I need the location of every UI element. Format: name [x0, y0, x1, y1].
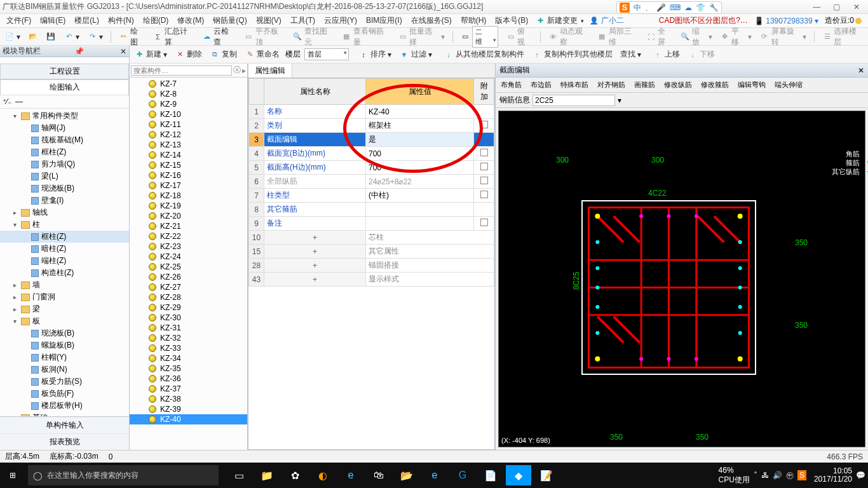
local-3d-button[interactable]: ▦局部三维: [595, 25, 641, 48]
task-app-3[interactable]: ◐: [310, 465, 336, 485]
expand-tool-icon[interactable]: ⁺⁄₋: [3, 97, 11, 106]
rebar-info-dd-icon[interactable]: ▾: [618, 96, 621, 105]
save-icon[interactable]: 💾: [44, 31, 58, 43]
list-item[interactable]: KZ-24: [130, 252, 247, 262]
sogou-icon[interactable]: S: [620, 3, 630, 13]
dynamic-view-button[interactable]: 👁动态观察: [546, 25, 591, 48]
tree-node[interactable]: 框柱(Z): [0, 146, 129, 158]
tree-node[interactable]: 剪力墙(Q): [0, 158, 129, 170]
property-row[interactable]: 4截面宽(B边)(mm)700: [249, 147, 494, 161]
copy-to-floor-button[interactable]: ↑复制构件到其他楼层: [530, 48, 614, 60]
list-item[interactable]: KZ-23: [130, 241, 247, 252]
list-item[interactable]: KZ-8: [130, 89, 247, 99]
property-row[interactable]: 43+显示样式: [249, 273, 494, 287]
list-item[interactable]: KZ-13: [130, 140, 247, 150]
tree-node[interactable]: 板负筋(F): [0, 388, 129, 400]
new-component-button[interactable]: ✚新建▾: [132, 48, 169, 60]
tree-node[interactable]: ▸轴线: [0, 207, 129, 219]
tray-up-icon[interactable]: ˄: [754, 471, 757, 480]
view-rebar-button[interactable]: ▦查看钢筋量: [339, 25, 392, 48]
zoom-button[interactable]: 🔍缩放▾: [678, 25, 714, 48]
new-file-icon[interactable]: 📄▾: [3, 31, 22, 43]
tree-node[interactable]: ▾基础: [0, 412, 129, 416]
property-row[interactable]: 28+锚固搭接: [249, 259, 494, 273]
tree-node[interactable]: 板受力筋(S): [0, 376, 129, 388]
list-item[interactable]: KZ-10: [130, 109, 247, 119]
start-button[interactable]: ⊞: [0, 471, 25, 480]
move-up-button[interactable]: ↑上移: [651, 48, 682, 60]
open-icon[interactable]: 📂: [26, 31, 40, 43]
task-app-1[interactable]: 📁: [254, 465, 280, 485]
tree-node[interactable]: 壁龛(I): [0, 194, 129, 207]
undo-icon[interactable]: ↶▾: [62, 31, 81, 43]
property-row[interactable]: 6全部纵筋24⌀25+8⌀22: [249, 175, 494, 189]
delete-button[interactable]: ✕删除: [173, 48, 204, 60]
pin-icon[interactable]: 📌: [74, 47, 84, 56]
task-edge-icon[interactable]: e: [338, 465, 363, 485]
task-folder-icon[interactable]: 📂: [394, 465, 419, 485]
tree-node[interactable]: ▾常用构件类型: [0, 110, 129, 122]
taskbar[interactable]: ⊞ ◯ 在这里输入你要搜索的内容 ▭ 📁 ✿ ◐ e 🛍 📂 e G 📄 ◆ 📝…: [0, 463, 868, 488]
tree-node[interactable]: 筏板基础(M): [0, 134, 129, 146]
list-item[interactable]: KZ-26: [130, 272, 247, 282]
menu-file[interactable]: 文件(F): [3, 14, 35, 27]
tree-node[interactable]: 框柱(Z): [0, 231, 129, 243]
list-item[interactable]: KZ-33: [130, 343, 247, 353]
tree-node[interactable]: ▾柱: [0, 219, 129, 231]
rename-button[interactable]: ✎重命名: [243, 48, 281, 60]
property-tab[interactable]: 属性编辑: [248, 64, 292, 78]
rebar-info-input[interactable]: [532, 95, 615, 106]
task-app-note[interactable]: 📝: [534, 465, 559, 485]
search-go-icon[interactable]: ▸: [242, 66, 246, 75]
nav-tab-report[interactable]: 报表预览: [0, 433, 129, 450]
task-app-blue[interactable]: ◆: [506, 465, 531, 485]
list-item[interactable]: KZ-17: [130, 180, 247, 191]
section-tab[interactable]: 画箍筋: [630, 78, 659, 92]
list-item[interactable]: KZ-20: [130, 211, 247, 221]
system-tray[interactable]: 46%CPU使用 ˄ 🖧 🔊 ㊥ S 10:052017/11/20 💬: [719, 466, 865, 485]
list-item[interactable]: KZ-21: [130, 221, 247, 231]
list-item[interactable]: KZ-32: [130, 333, 247, 343]
phone-link[interactable]: 📱 13907298339 ▾: [754, 17, 818, 25]
nav-tab-single[interactable]: 单构件输入: [0, 417, 129, 433]
tree-node[interactable]: ▾板: [0, 315, 129, 327]
maximize-button[interactable]: ▢: [828, 3, 846, 11]
rotate-button[interactable]: ⟳屏幕旋转▾: [757, 25, 808, 48]
pan-button[interactable]: ✥平移▾: [718, 25, 754, 48]
tray-notif-icon[interactable]: 💬: [856, 471, 865, 480]
list-item[interactable]: KZ-39: [130, 404, 247, 414]
draw-button[interactable]: ✏绘图: [117, 25, 147, 48]
select-floor-button[interactable]: ☰选择楼层: [820, 25, 865, 48]
list-item[interactable]: KZ-38: [130, 394, 247, 404]
list-item[interactable]: KZ-9: [130, 99, 247, 109]
list-item[interactable]: KZ-7: [130, 79, 247, 89]
list-item[interactable]: KZ-16: [130, 170, 247, 180]
section-canvas[interactable]: 角筋 4C25 箍筋 C100 其它纵筋 4C25 4C22 8C25 300 …: [498, 111, 865, 447]
tree-node[interactable]: ▸门窗洞: [0, 291, 129, 303]
list-item[interactable]: KZ-27: [130, 282, 247, 292]
minimize-button[interactable]: —: [808, 3, 825, 11]
search-input[interactable]: [131, 65, 232, 76]
section-tab[interactable]: 修改纵筋: [660, 78, 696, 92]
nav-tab-settings[interactable]: 工程设置: [0, 64, 129, 79]
task-app-2[interactable]: ✿: [282, 465, 308, 485]
list-item[interactable]: KZ-22: [130, 231, 247, 241]
property-row[interactable]: 9备注: [249, 217, 494, 231]
property-grid[interactable]: 属性名称 属性值 附加 1名称KZ-402类别框架柱3截面编辑是4截面宽(B边)…: [248, 78, 495, 450]
property-row[interactable]: 1名称KZ-40: [249, 105, 494, 119]
section-tab[interactable]: 修改箍筋: [697, 78, 733, 92]
tray-clock[interactable]: 10:052017/11/20: [814, 467, 852, 484]
section-tabs[interactable]: 布角筋布边筋特殊布筋对齐钢筋画箍筋修改纵筋修改箍筋编辑弯钩端头伸缩: [496, 78, 868, 93]
section-tab[interactable]: 布边筋: [527, 78, 555, 92]
find-element-button[interactable]: 🔍查找图元: [290, 25, 336, 48]
list-item[interactable]: KZ-18: [130, 191, 247, 201]
section-close-icon[interactable]: ✕: [858, 66, 864, 75]
tree-node[interactable]: 螺旋板(B): [0, 339, 129, 351]
task-app-g[interactable]: G: [450, 465, 475, 485]
property-row[interactable]: 15+其它属性: [249, 245, 494, 259]
filter-button[interactable]: ▼过滤▾: [397, 48, 434, 60]
section-tab[interactable]: 对齐钢筋: [593, 78, 629, 92]
section-tab[interactable]: 特殊布筋: [557, 78, 592, 92]
sum-button[interactable]: Σ汇总计算: [151, 25, 196, 48]
floor-select[interactable]: 首层: [304, 48, 349, 60]
